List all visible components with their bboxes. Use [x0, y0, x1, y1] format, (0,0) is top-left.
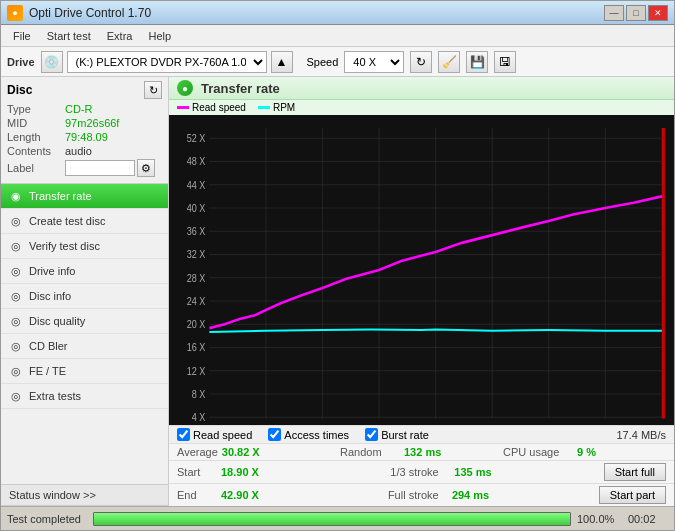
disc-refresh-btn[interactable]: ↻ [144, 81, 162, 99]
legend-read-speed-label: Read speed [192, 102, 246, 113]
window-controls: — □ ✕ [604, 5, 668, 21]
burst-rate-checkbox[interactable] [365, 428, 378, 441]
app-icon: ● [7, 5, 23, 21]
window-title: Opti Drive Control 1.70 [29, 6, 151, 20]
content-area: ● Transfer rate Read speed RPM [169, 77, 674, 506]
avg-label: Average [177, 446, 218, 458]
nav-item-disc-info[interactable]: ◎ Disc info [1, 284, 168, 309]
svg-text:28 X: 28 X [187, 272, 206, 284]
read-speed-checkbox-item: Read speed [177, 428, 252, 441]
menu-help[interactable]: Help [140, 28, 179, 44]
maximize-button[interactable]: □ [626, 5, 646, 21]
end-label: End [177, 489, 217, 501]
disc-contents-row: Contents audio [7, 145, 162, 157]
save-btn[interactable]: 💾 [466, 51, 488, 73]
close-button[interactable]: ✕ [648, 5, 668, 21]
end-value: 42.90 X [221, 489, 271, 501]
svg-text:60: 60 [544, 424, 554, 425]
start-value: 18.90 X [221, 466, 271, 478]
end-group: End 42.90 X [177, 489, 388, 501]
main-window: ● Opti Drive Control 1.70 — □ ✕ File Sta… [0, 0, 675, 531]
eraser-btn[interactable]: 🧹 [438, 51, 460, 73]
start-full-group: Start full [604, 463, 666, 481]
start-part-group: Start part [599, 486, 666, 504]
nav-item-drive-info[interactable]: ◎ Drive info [1, 259, 168, 284]
cpu-value: 9 % [577, 446, 617, 458]
legend-rpm: RPM [258, 102, 295, 113]
nav-item-fe-te[interactable]: ◎ FE / TE [1, 359, 168, 384]
svg-text:70: 70 [600, 424, 610, 425]
minimize-button[interactable]: — [604, 5, 624, 21]
burst-rate-checkbox-item: Burst rate [365, 428, 429, 441]
chart-container: 52 X 48 X 44 X 40 X 36 X 32 X 28 X 24 X … [169, 115, 674, 425]
menu-file[interactable]: File [5, 28, 39, 44]
nav-item-cd-bler[interactable]: ◎ CD Bler [1, 334, 168, 359]
nav-menu: ◉ Transfer rate ◎ Create test disc ◎ Ver… [1, 184, 168, 484]
disc-panel: Disc ↻ Type CD-R MID 97m26s66f Length 79… [1, 77, 168, 184]
legend-read-speed-color [177, 106, 189, 109]
disc-mid-row: MID 97m26s66f [7, 117, 162, 129]
svg-rect-44 [662, 128, 665, 419]
legend-rpm-color [258, 106, 270, 109]
start-part-btn[interactable]: Start part [599, 486, 666, 504]
floppy-save-btn[interactable]: 🖫 [494, 51, 516, 73]
stroke13-label: 1/3 stroke [390, 466, 450, 478]
disc-quality-icon: ◎ [9, 314, 23, 328]
drive-select-group: 💿 (K:) PLEXTOR DVDR PX-760A 1.07 ▲ [41, 51, 293, 73]
create-test-disc-icon: ◎ [9, 214, 23, 228]
access-times-checkbox-label: Access times [284, 429, 349, 441]
nav-item-verify-test-disc[interactable]: ◎ Verify test disc [1, 234, 168, 259]
svg-text:20 X: 20 X [187, 318, 206, 330]
transfer-rate-icon: ◉ [9, 189, 23, 203]
fullstroke-value: 294 ms [452, 489, 502, 501]
access-times-checkbox[interactable] [268, 428, 281, 441]
start-group: Start 18.90 X [177, 466, 390, 478]
progress-bar-area: Test completed 100.0% 00:02 [1, 506, 674, 530]
svg-text:80: 80 [657, 424, 667, 425]
burst-rate-value: 17.4 MB/s [616, 429, 666, 441]
avg-value: 30.82 X [222, 446, 272, 458]
disc-label-input[interactable] [65, 160, 135, 176]
title-bar-left: ● Opti Drive Control 1.70 [7, 5, 151, 21]
svg-text:24 X: 24 X [187, 295, 206, 307]
drive-dropdown[interactable]: (K:) PLEXTOR DVDR PX-760A 1.07 [67, 51, 267, 73]
verify-test-disc-icon: ◎ [9, 239, 23, 253]
menu-extra[interactable]: Extra [99, 28, 141, 44]
start-full-btn[interactable]: Start full [604, 463, 666, 481]
eject-btn[interactable]: ▲ [271, 51, 293, 73]
disc-panel-title: Disc [7, 83, 32, 97]
speed-dropdown[interactable]: 40 X [344, 51, 404, 73]
nav-item-extra-tests[interactable]: ◎ Extra tests [1, 384, 168, 409]
nav-item-transfer-rate[interactable]: ◉ Transfer rate [1, 184, 168, 209]
nav-item-cd-bler-label: CD Bler [29, 340, 68, 352]
nav-item-disc-quality-label: Disc quality [29, 315, 85, 327]
stats-row-1: Average 30.82 X Random 132 ms CPU usage … [169, 443, 674, 460]
read-speed-checkbox[interactable] [177, 428, 190, 441]
random-label: Random [340, 446, 400, 458]
sidebar: Disc ↻ Type CD-R MID 97m26s66f Length 79… [1, 77, 169, 506]
status-window-btn[interactable]: Status window >> [1, 484, 168, 506]
access-times-checkbox-item: Access times [268, 428, 349, 441]
progress-bar-outer [93, 512, 571, 526]
svg-text:40 X: 40 X [187, 202, 206, 214]
refresh-btn[interactable]: ↻ [410, 51, 432, 73]
disc-mid-label: MID [7, 117, 65, 129]
legend-read-speed: Read speed [177, 102, 246, 113]
nav-item-disc-quality[interactable]: ◎ Disc quality [1, 309, 168, 334]
time-text: 00:02 [628, 513, 668, 525]
svg-text:min: min [672, 424, 674, 425]
start-label: Start [177, 466, 217, 478]
drive-icon-btn[interactable]: 💿 [41, 51, 63, 73]
fe-te-icon: ◎ [9, 364, 23, 378]
menubar: File Start test Extra Help [1, 25, 674, 47]
nav-item-fe-te-label: FE / TE [29, 365, 66, 377]
disc-type-label: Type [7, 103, 65, 115]
main-content: Disc ↻ Type CD-R MID 97m26s66f Length 79… [1, 77, 674, 506]
nav-item-create-test-disc[interactable]: ◎ Create test disc [1, 209, 168, 234]
menu-start-test[interactable]: Start test [39, 28, 99, 44]
drive-info-icon: ◎ [9, 264, 23, 278]
progress-bar-inner [94, 513, 570, 525]
disc-label-icon-btn[interactable]: ⚙ [137, 159, 155, 177]
svg-text:40: 40 [431, 424, 441, 425]
chart-title-icon: ● [177, 80, 193, 96]
